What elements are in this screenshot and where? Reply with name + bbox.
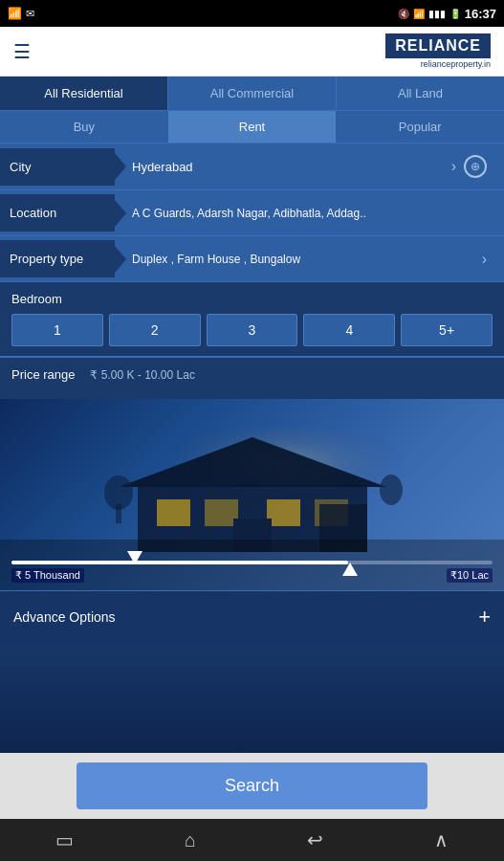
svg-rect-4	[205, 499, 238, 526]
search-bar: Search	[0, 753, 504, 819]
city-value[interactable]: Hyderabad › ⊕	[115, 144, 504, 189]
slider-min-label: ₹ 5 Thousand	[11, 568, 84, 583]
wifi-icon: 📶	[413, 9, 425, 19]
property-type-chevron-icon: ›	[482, 251, 487, 268]
logo: RELIANCE	[385, 33, 491, 58]
status-right-icons: 🔇 📶 ▮▮▮ 🔋 16:37	[398, 7, 496, 21]
nav-up-icon[interactable]: ∧	[434, 828, 449, 851]
city-label: City	[0, 148, 115, 186]
tab-buy[interactable]: Buy	[0, 111, 168, 143]
mail-icon: ✉	[26, 8, 34, 20]
city-chevron-icon: ›	[451, 158, 456, 175]
tab-popular[interactable]: Popular	[336, 111, 504, 143]
tab-all-residential[interactable]: All Residential	[0, 77, 168, 110]
search-button[interactable]: Search	[77, 762, 427, 809]
bedroom-btn-3[interactable]: 3	[207, 314, 298, 346]
slider-max-label: ₹10 Lac	[447, 568, 493, 583]
status-left-icons: 📶 ✉	[8, 7, 34, 20]
price-range-label: Price range	[11, 367, 75, 382]
house-silhouette-icon	[99, 428, 405, 552]
tab-all-commercial[interactable]: All Commercial	[168, 77, 337, 110]
filter-section: City Hyderabad › ⊕ Location A C Guards, …	[0, 143, 504, 281]
nav-home-icon[interactable]: ⌂	[185, 829, 196, 851]
property-category-tabs: All Residential All Commercial All Land	[0, 77, 504, 110]
price-range-value: ₹ 5.00 K - 10.00 Lac	[90, 368, 194, 382]
svg-rect-3	[157, 499, 190, 526]
property-type-filter-row[interactable]: Property type Duplex , Farm House , Bung…	[0, 235, 504, 281]
sim-icon: 📶	[8, 7, 22, 20]
status-bar: 📶 ✉ 🔇 📶 ▮▮▮ 🔋 16:37	[0, 0, 504, 27]
navigation-bar: ▭ ⌂ ↩ ∧	[0, 819, 504, 861]
location-filter-row[interactable]: Location A C Guards, Adarsh Nagar, Adibh…	[0, 189, 504, 235]
bedroom-btn-1[interactable]: 1	[11, 314, 103, 346]
property-type-label: Property type	[0, 240, 115, 277]
svg-rect-10	[116, 504, 121, 523]
signal-icon: ▮▮▮	[428, 9, 446, 19]
clock: 16:37	[465, 7, 496, 21]
svg-point-11	[380, 475, 403, 505]
menu-button[interactable]: ☰	[13, 40, 31, 63]
bedroom-btn-4[interactable]: 4	[303, 314, 395, 346]
battery-icon: 🔋	[449, 9, 461, 19]
bedroom-label: Bedroom	[11, 292, 493, 306]
city-filter-row[interactable]: City Hyderabad › ⊕	[0, 143, 504, 189]
bedroom-btn-5plus[interactable]: 5+	[401, 314, 493, 346]
empty-content-area	[0, 643, 504, 758]
slider-thumb-min[interactable]	[127, 551, 142, 564]
location-label: Location	[0, 194, 115, 232]
tab-all-land[interactable]: All Land	[337, 77, 504, 110]
location-crosshair-icon[interactable]: ⊕	[464, 155, 487, 178]
advance-options-label: Advance Options	[13, 609, 116, 625]
header: ☰ RELIANCE relianceproperty.in	[0, 27, 504, 77]
svg-rect-5	[267, 499, 300, 526]
nav-recents-icon[interactable]: ▭	[55, 828, 74, 851]
location-value[interactable]: A C Guards, Adarsh Nagar, Adibhatla, Add…	[115, 195, 504, 232]
slider-track	[11, 561, 493, 564]
nav-back-icon[interactable]: ↩	[307, 828, 323, 851]
slider-fill	[11, 561, 348, 564]
bedroom-btn-2[interactable]: 2	[109, 314, 201, 346]
price-slider[interactable]: ₹ 5 Thousand ₹10 Lac	[0, 540, 504, 590]
tab-rent[interactable]: Rent	[168, 111, 337, 143]
listing-type-tabs: Buy Rent Popular	[0, 110, 504, 143]
slider-labels: ₹ 5 Thousand ₹10 Lac	[11, 568, 493, 583]
mute-icon: 🔇	[398, 9, 409, 19]
bedroom-section: Bedroom 1 2 3 4 5+	[0, 281, 504, 356]
slider-thumb-max[interactable]	[342, 563, 358, 576]
advance-options-expand-icon[interactable]: +	[478, 605, 491, 629]
property-background-image: ₹ 5 Thousand ₹10 Lac	[0, 399, 504, 590]
price-range-section: Price range ₹ 5.00 K - 10.00 Lac	[0, 357, 504, 399]
advance-options-section[interactable]: Advance Options +	[0, 590, 504, 643]
property-type-value[interactable]: Duplex , Farm House , Bungalow ›	[115, 239, 504, 279]
logo-subtitle: relianceproperty.in	[421, 59, 491, 69]
bedroom-buttons: 1 2 3 4 5+	[11, 314, 493, 346]
logo-area: RELIANCE relianceproperty.in	[385, 33, 491, 69]
